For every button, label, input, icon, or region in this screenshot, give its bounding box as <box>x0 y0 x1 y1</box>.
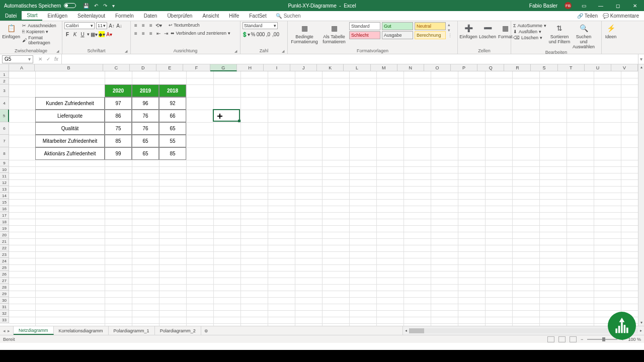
row-header-11[interactable]: 11 <box>0 173 9 179</box>
format-cells-button[interactable]: ▦Format <box>498 22 513 39</box>
table-row-label[interactable]: Lieferquote <box>35 110 105 122</box>
table-row-label[interactable]: Qualität <box>35 122 105 135</box>
accept-formula-icon[interactable]: ✓ <box>46 56 50 62</box>
row-header-33[interactable]: 33 <box>0 317 9 323</box>
col-header-J[interactable]: J <box>290 64 317 71</box>
close-icon[interactable]: ✕ <box>630 3 640 9</box>
italic-button[interactable]: K <box>72 31 78 37</box>
user-avatar[interactable]: FB <box>565 2 572 9</box>
col-header-U[interactable]: U <box>585 64 611 71</box>
zoom-level[interactable]: 100 % <box>628 337 641 342</box>
col-header-I[interactable]: I <box>264 64 290 71</box>
currency-icon[interactable]: 💲▾ <box>243 31 249 37</box>
row-header-15[interactable]: 15 <box>0 199 9 206</box>
table-cell[interactable]: 65 <box>132 147 159 160</box>
style-gut[interactable]: Gut <box>382 22 413 30</box>
decrease-indent-icon[interactable]: ⇤ <box>155 30 162 36</box>
align-middle-icon[interactable]: ≡ <box>140 22 146 28</box>
table-cell[interactable]: 66 <box>159 110 186 122</box>
sheet-tab-netzdiagramm[interactable]: Netzdiagramm <box>14 326 54 335</box>
col-header-A[interactable]: A <box>9 64 35 71</box>
insert-cells-button[interactable]: ➕Einfügen <box>460 22 477 39</box>
table-row-label[interactable]: Mitarbeiter Zufriedenheit <box>35 135 105 147</box>
table-cell[interactable]: 85 <box>105 135 132 147</box>
row-header-28[interactable]: 28 <box>0 284 9 291</box>
tab-start[interactable]: Start <box>22 11 42 21</box>
table-cell[interactable]: 99 <box>105 147 132 160</box>
row-header-18[interactable]: 18 <box>0 219 9 225</box>
row-header-27[interactable]: 27 <box>0 278 9 284</box>
merge-button[interactable]: ⬌ Verbinden und zentrieren ▾ <box>171 31 230 36</box>
scroll-up-icon[interactable]: ▴ <box>638 64 644 70</box>
select-all-corner[interactable] <box>0 64 9 71</box>
table-cell[interactable]: 97 <box>105 97 132 110</box>
row-header-16[interactable]: 16 <box>0 206 9 212</box>
align-left-icon[interactable]: ≡ <box>133 30 139 36</box>
col-header-G[interactable]: G <box>210 64 237 71</box>
increase-decimal-icon[interactable]: ,0 <box>265 31 271 37</box>
tab-review[interactable]: Überprüfen <box>162 11 197 21</box>
table-cell[interactable]: 75 <box>105 122 132 135</box>
sheet-tab-korrelation[interactable]: Korrelationsdiagramm <box>54 326 109 335</box>
addon-badge-icon[interactable] <box>608 312 636 340</box>
tab-pagelayout[interactable]: Seitenlayout <box>72 11 110 21</box>
row-header-22[interactable]: 22 <box>0 245 9 251</box>
row-header-17[interactable]: 17 <box>0 212 9 219</box>
row-header-2[interactable]: 2 <box>0 78 9 84</box>
row-header-10[interactable]: 10 <box>0 166 9 173</box>
table-row-label[interactable]: Aktionärs Zufriedenheit <box>35 147 105 160</box>
sort-filter-button[interactable]: ⇅Sortieren und Filtern <box>548 22 571 44</box>
share-button[interactable]: 🔗 Teilen <box>577 13 598 19</box>
sheet-nav[interactable]: ◂▸ <box>0 326 14 335</box>
row-header-25[interactable]: 25 <box>0 264 9 271</box>
save-icon[interactable]: 💾 <box>83 3 89 9</box>
style-more-icon[interactable]: ⋮ <box>448 33 452 38</box>
tab-data[interactable]: Daten <box>139 11 163 21</box>
style-down-icon[interactable]: ▾ <box>448 28 452 33</box>
row-header-21[interactable]: 21 <box>0 238 9 245</box>
sheet-tab-polar2[interactable]: Polardiagramm_2 <box>155 326 201 335</box>
dialog-launcher-icon[interactable]: ◢ <box>125 49 127 53</box>
style-standard[interactable]: Standard <box>349 22 380 30</box>
col-header-P[interactable]: P <box>451 64 477 71</box>
col-header-F[interactable]: F <box>183 64 210 71</box>
table-cell[interactable]: 85 <box>159 147 186 160</box>
row-headers[interactable]: 1234567891011121314151617181920212223242… <box>0 71 9 323</box>
cancel-formula-icon[interactable]: ✕ <box>38 56 42 62</box>
decrease-font-icon[interactable]: A↓ <box>116 23 122 29</box>
format-as-table-button[interactable]: ▦Als Tabelle formatieren <box>321 22 347 44</box>
percent-icon[interactable]: % <box>250 31 256 37</box>
maximize-icon[interactable]: ◻ <box>613 3 623 9</box>
font-color-button[interactable]: A▾ <box>106 31 112 37</box>
qat-dropdown-icon[interactable]: ▾ <box>112 3 115 9</box>
row-header-3[interactable]: 3 <box>0 84 9 97</box>
table-header-2020[interactable]: 2020 <box>105 84 132 97</box>
sheet-tab-polar1[interactable]: Polardiagramm_1 <box>109 326 155 335</box>
row-header-32[interactable]: 32 <box>0 310 9 317</box>
bold-button[interactable]: F <box>64 31 70 37</box>
col-header-H[interactable]: H <box>237 64 264 71</box>
fx-icon[interactable]: fx <box>54 56 58 62</box>
toggle-icon[interactable] <box>64 3 76 8</box>
row-header-9[interactable]: 9 <box>0 160 9 166</box>
row-header-13[interactable]: 13 <box>0 186 9 193</box>
pagebreak-view-icon[interactable] <box>570 336 577 342</box>
row-header-6[interactable]: 6 <box>0 122 9 135</box>
font-select[interactable]: Calibri▾ <box>64 22 95 29</box>
col-header-O[interactable]: O <box>424 64 451 71</box>
zoom-slider[interactable] <box>587 339 617 340</box>
row-header-1[interactable]: 1 <box>0 71 9 78</box>
column-headers[interactable]: ABCDEFGHIJKLMNOPQRSTUV <box>9 64 638 71</box>
cells-area[interactable]: 202020192018Kunden Zufriedenheit979692Li… <box>9 71 638 326</box>
style-neutral[interactable]: Neutral <box>415 22 446 30</box>
scroll-down-icon[interactable]: ▾ <box>638 320 644 326</box>
vertical-scrollbar[interactable]: ▴ ▾ <box>638 64 644 326</box>
increase-indent-icon[interactable]: ⇥ <box>163 30 169 36</box>
clear-button[interactable]: ⌫Löschen▾ <box>513 35 546 40</box>
row-header-14[interactable]: 14 <box>0 193 9 199</box>
number-format-select[interactable]: Standard▾ <box>243 22 278 29</box>
font-size-select[interactable]: 11▾ <box>96 22 107 29</box>
table-cell[interactable]: 55 <box>159 135 186 147</box>
row-header-20[interactable]: 20 <box>0 232 9 238</box>
formula-input[interactable] <box>61 54 638 64</box>
